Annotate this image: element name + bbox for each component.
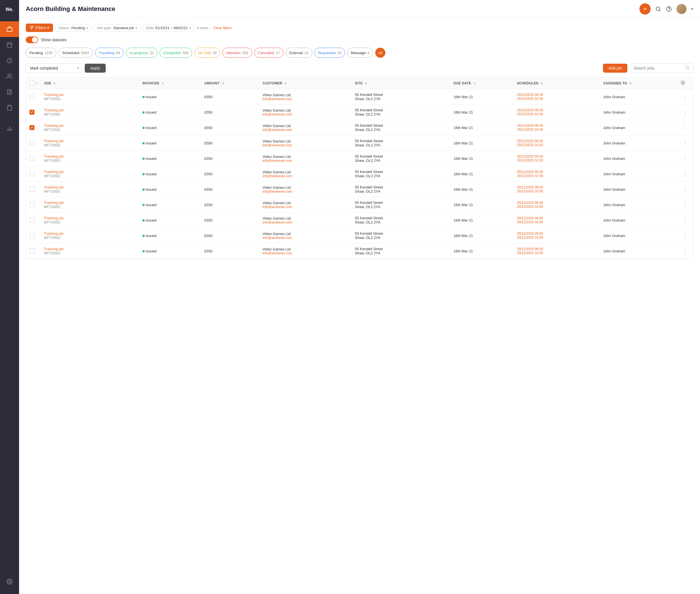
chip-travelling[interactable]: Travelling84	[95, 48, 124, 58]
chip-scheduled[interactable]: Scheduled8902	[59, 48, 93, 58]
th-invoiced-sort[interactable]: ⇅	[162, 82, 164, 85]
chip-cancelled[interactable]: Cancelled17	[254, 48, 284, 58]
customer-email-2[interactable]: info@workever.com	[263, 112, 348, 117]
sidebar-item-reports[interactable]	[0, 100, 19, 116]
show-statuses-toggle[interactable]	[26, 36, 38, 43]
th-site-sort[interactable]: ⇅	[365, 82, 367, 85]
row-menu-button-4[interactable]: ⋮	[681, 139, 690, 147]
row-checkbox-1[interactable]	[29, 94, 34, 99]
sidebar-item-invoices[interactable]	[0, 84, 19, 100]
sidebar-item-settings[interactable]	[4, 574, 15, 590]
filter-jobtype-close[interactable]: ×	[135, 26, 137, 30]
more-filters-label[interactable]: 3 more...	[197, 26, 211, 30]
customer-email-9[interactable]: info@workever.com	[263, 221, 348, 224]
th-due-date-sort[interactable]: ⇅	[473, 82, 476, 85]
customer-email-10[interactable]: info@workever.com	[263, 236, 348, 240]
chip-completed[interactable]: Completed565	[160, 48, 192, 58]
row-checkbox-11[interactable]	[29, 249, 34, 254]
th-customer-sort[interactable]: ⇅	[285, 82, 287, 85]
clear-filters-button[interactable]: Clear filters	[213, 26, 232, 30]
filters-button[interactable]: Filters ▾	[26, 24, 53, 32]
row-menu-button-8[interactable]: ⋮	[681, 201, 690, 209]
action-select[interactable]: Mark completedDeleteExport	[26, 63, 82, 73]
job-link-1[interactable]: Tracking job	[44, 93, 136, 97]
filter-date-label: Date	[146, 26, 154, 30]
chip-external[interactable]: External23	[286, 48, 312, 58]
chip-attention[interactable]: Attention565	[223, 48, 252, 58]
row-actions-cell: ⋮	[677, 197, 693, 212]
job-link-6[interactable]: Tracking job	[44, 170, 136, 174]
row-scheduled-cell: 29/12/2020 09:30 29/12/2020 10:30	[513, 151, 600, 166]
sidebar-item-customers[interactable]	[0, 68, 19, 84]
job-link-9[interactable]: Tracking job	[44, 216, 136, 220]
row-menu-button-5[interactable]: ⋮	[681, 155, 690, 162]
customer-email-7[interactable]: info@workever.com	[263, 190, 348, 194]
help-button[interactable]	[666, 6, 672, 12]
chip-inprogress[interactable]: In progress22	[126, 48, 157, 58]
customer-email-5[interactable]: info@workever.com	[263, 159, 348, 163]
svg-point-23	[682, 82, 684, 83]
job-link-11[interactable]: Tracking job	[44, 247, 136, 251]
add-button[interactable]: +	[639, 3, 651, 14]
job-link-3[interactable]: Tracking job	[44, 123, 136, 128]
search-header-button[interactable]	[655, 6, 661, 12]
select-all-checkbox[interactable]	[29, 81, 34, 86]
row-menu-button-10[interactable]: ⋮	[681, 232, 690, 239]
chip-all[interactable]: All	[375, 48, 385, 58]
sidebar-item-jobs[interactable]	[0, 21, 19, 37]
due-date-value-4: 16th Mar 21	[454, 141, 473, 145]
row-menu-button-6[interactable]: ⋮	[681, 170, 690, 178]
th-chevron[interactable]: ▾	[36, 82, 37, 85]
job-link-5[interactable]: Tracking job	[44, 154, 136, 159]
row-checkbox-4[interactable]	[29, 140, 34, 145]
job-link-8[interactable]: Tracking job	[44, 200, 136, 205]
job-link-10[interactable]: Tracking job	[44, 231, 136, 236]
filter-status-close[interactable]: ×	[86, 26, 88, 30]
row-menu-button-1[interactable]: ⋮	[681, 93, 690, 101]
chip-pending[interactable]: Pending1235	[26, 48, 56, 58]
customer-email-3[interactable]: info@workever.com	[263, 128, 348, 132]
customer-email-11[interactable]: info@workever.com	[263, 251, 348, 255]
sidebar-item-history[interactable]	[0, 53, 19, 68]
row-menu-button-9[interactable]: ⋮	[681, 216, 690, 224]
row-menu-button-7[interactable]: ⋮	[681, 186, 690, 193]
customer-email-8[interactable]: info@workever.com	[263, 205, 348, 209]
row-menu-button-2[interactable]: ⋮	[681, 108, 690, 116]
chip-requested[interactable]: Requested29	[314, 48, 345, 58]
th-site: SITE ⇅	[352, 78, 451, 89]
th-amount-sort[interactable]: ⇅	[222, 82, 224, 85]
column-settings-button[interactable]	[681, 80, 685, 86]
th-invoiced-label: INVOICED	[142, 81, 159, 85]
customer-email-6[interactable]: info@workever.com	[263, 174, 348, 178]
user-dropdown-arrow[interactable]: ▾	[691, 6, 693, 11]
th-assigned-sort[interactable]: ⇅	[629, 82, 632, 85]
row-menu-button-11[interactable]: ⋮	[681, 247, 690, 255]
job-link-4[interactable]: Tracking job	[44, 139, 136, 143]
row-checkbox-7[interactable]	[29, 187, 34, 192]
chip-onhold[interactable]: On hold28	[194, 48, 220, 58]
chip-message[interactable]: Message4	[347, 48, 373, 58]
row-checkbox-8[interactable]	[29, 202, 34, 207]
th-job-sort[interactable]: ⇅	[53, 82, 56, 85]
apply-button[interactable]: Apply	[85, 64, 106, 73]
sidebar-item-analytics[interactable]	[0, 120, 19, 136]
sidebar-item-calendar[interactable]	[0, 37, 19, 53]
row-checkbox-5[interactable]	[29, 156, 34, 161]
row-menu-button-3[interactable]: ⋮	[681, 124, 690, 132]
customer-email-1[interactable]: info@workever.com	[263, 97, 348, 101]
chip-label-attention: Attention	[226, 51, 240, 55]
job-link-7[interactable]: Tracking job	[44, 185, 136, 189]
row-checkbox-10[interactable]	[29, 233, 34, 238]
filter-date-close[interactable]: ×	[189, 26, 191, 30]
row-checkbox-9[interactable]	[29, 218, 34, 223]
avatar[interactable]	[676, 4, 687, 14]
th-scheduled-sort[interactable]: ⇅	[541, 82, 543, 85]
row-checkbox-2[interactable]	[29, 110, 34, 115]
row-job-cell: Tracking job WFT24552	[40, 105, 139, 120]
add-job-button[interactable]: Add job	[603, 64, 627, 73]
job-link-2[interactable]: Tracking job	[44, 108, 136, 112]
row-checkbox-3[interactable]	[29, 125, 34, 130]
customer-email-4[interactable]: info@workever.com	[263, 143, 348, 147]
search-input[interactable]	[634, 66, 683, 70]
row-checkbox-6[interactable]	[29, 171, 34, 176]
